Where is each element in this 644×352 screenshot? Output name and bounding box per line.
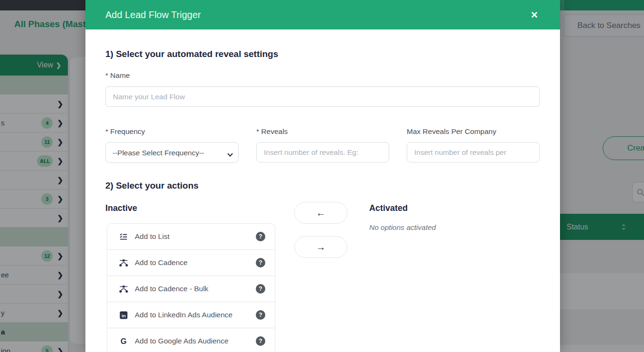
- modal-title: Add Lead Flow Trigger: [105, 10, 201, 20]
- action-label: Add to List: [135, 232, 169, 241]
- google-icon: G: [119, 337, 128, 345]
- name-label: * Name: [105, 71, 130, 80]
- action-list-item[interactable]: Add to Cadence - Bulk?: [107, 276, 275, 302]
- section-1-heading: 1) Select your automated reveal settings: [105, 49, 278, 59]
- help-icon[interactable]: ?: [256, 310, 265, 320]
- bezier-curve-icon: [119, 258, 128, 267]
- frequency-label: * Frequency: [105, 127, 145, 136]
- max-reveals-label: Max Reveals Per Company: [407, 127, 496, 136]
- linkedin-icon: in: [119, 311, 128, 319]
- help-icon[interactable]: ?: [256, 336, 265, 346]
- bezier-curve-icon: [119, 285, 128, 293]
- arrow-left-icon: ←: [316, 208, 326, 219]
- action-label: Add to LinkedIn Ads Audience: [135, 311, 233, 319]
- action-label: Add to Cadence: [135, 258, 187, 267]
- reveals-label: * Reveals: [256, 127, 288, 136]
- help-icon[interactable]: ?: [256, 258, 265, 267]
- add-lead-flow-trigger-modal: Add Lead Flow Trigger ✕ 1) Select your a…: [85, 0, 560, 352]
- checklist-icon: [119, 232, 128, 241]
- svg-text:in: in: [121, 313, 126, 318]
- move-to-activated-button[interactable]: →: [294, 236, 347, 258]
- max-reveals-input[interactable]: [407, 142, 540, 162]
- screen: All Phases (Maste Back to Searches View …: [0, 0, 644, 352]
- svg-text:G: G: [121, 337, 127, 345]
- action-list-item[interactable]: inAdd to LinkedIn Ads Audience?: [107, 302, 275, 328]
- frequency-select-wrap: --Please Select Frequency--: [105, 142, 239, 163]
- move-to-inactive-button[interactable]: ←: [294, 202, 347, 224]
- action-list-item[interactable]: Add to List?: [107, 224, 275, 250]
- close-icon[interactable]: ✕: [528, 8, 541, 21]
- inactive-actions-list: Add to List?Add to Cadence?Add to Cadenc…: [107, 223, 275, 352]
- inactive-heading: Inactive: [105, 203, 137, 213]
- activated-empty-text: No options activated: [369, 223, 436, 232]
- frequency-select[interactable]: --Please Select Frequency--: [105, 142, 239, 163]
- help-icon[interactable]: ?: [256, 284, 265, 294]
- modal-header: Add Lead Flow Trigger ✕: [85, 0, 560, 29]
- action-list-item[interactable]: Add to Cadence?: [107, 250, 275, 276]
- action-label: Add to Cadence - Bulk: [135, 285, 208, 293]
- help-icon[interactable]: ?: [256, 232, 265, 241]
- section-2-heading: 2) Select your actions: [105, 181, 198, 191]
- action-list-item[interactable]: GAdd to Google Ads Audience?: [107, 328, 275, 352]
- name-input[interactable]: [105, 86, 540, 107]
- activated-heading: Activated: [369, 203, 408, 213]
- action-label: Add to Google Ads Audience: [135, 337, 228, 345]
- arrow-right-icon: →: [316, 242, 326, 253]
- reveals-input[interactable]: [256, 142, 389, 162]
